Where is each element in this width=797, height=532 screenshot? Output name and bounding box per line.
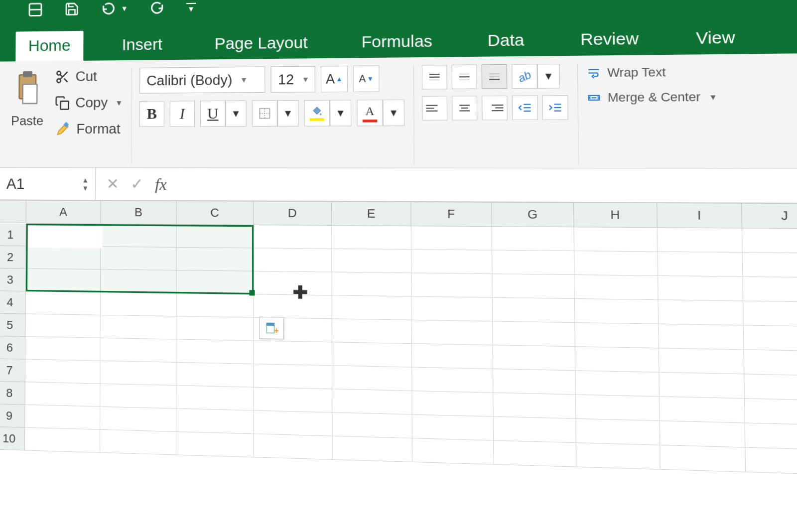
row-header[interactable]: 10 (0, 427, 25, 451)
cell[interactable] (412, 415, 494, 441)
customize-qat-icon[interactable]: ▼ (186, 0, 196, 16)
borders-button[interactable] (252, 100, 277, 127)
font-color-button[interactable]: A (357, 100, 383, 126)
underline-dropdown[interactable]: ▼ (226, 101, 247, 127)
cell[interactable] (411, 273, 493, 297)
cell[interactable] (176, 363, 254, 388)
cell[interactable] (254, 341, 332, 366)
cell[interactable] (176, 340, 254, 364)
column-header[interactable]: E (332, 202, 411, 226)
cell[interactable] (658, 228, 743, 253)
cell[interactable] (26, 291, 101, 315)
row-header[interactable]: 2 (0, 246, 26, 269)
cell[interactable] (332, 366, 412, 391)
cut-button[interactable]: Cut (55, 68, 123, 85)
row-header[interactable]: 7 (0, 359, 25, 382)
cell[interactable] (176, 270, 254, 294)
column-header[interactable]: A (26, 201, 101, 224)
tab-view[interactable]: View (681, 22, 750, 55)
cancel-formula-icon[interactable]: ✕ (107, 175, 119, 193)
align-middle-button[interactable] (452, 64, 477, 89)
cell[interactable] (575, 347, 660, 373)
cell[interactable] (101, 247, 176, 270)
select-all-corner[interactable] (0, 200, 26, 222)
autosave-icon[interactable] (27, 1, 43, 18)
tab-insert[interactable]: Insert (109, 29, 175, 60)
cell[interactable] (25, 337, 101, 361)
cell[interactable] (492, 227, 574, 251)
column-header[interactable]: C (177, 201, 254, 225)
cell[interactable] (332, 342, 412, 367)
underline-button[interactable]: U (200, 101, 226, 127)
cell[interactable] (659, 300, 744, 325)
cell[interactable] (412, 344, 493, 369)
row-header[interactable]: 1 (0, 224, 26, 247)
formula-input[interactable] (178, 168, 797, 203)
cell[interactable] (658, 276, 743, 301)
decrease-indent-button[interactable] (512, 95, 538, 120)
tab-formulas[interactable]: Formulas (348, 26, 446, 58)
cell[interactable] (332, 413, 412, 439)
fill-color-dropdown[interactable]: ▼ (330, 100, 351, 126)
redo-icon[interactable] (149, 0, 164, 16)
cell[interactable] (493, 274, 575, 299)
cell[interactable] (575, 299, 659, 324)
cell[interactable] (745, 399, 797, 425)
align-left-button[interactable] (422, 96, 447, 120)
cell[interactable] (493, 393, 576, 419)
cell[interactable] (101, 338, 177, 363)
cell[interactable] (100, 384, 176, 409)
save-icon[interactable] (64, 0, 79, 18)
enter-formula-icon[interactable]: ✓ (131, 175, 143, 193)
cell[interactable] (25, 314, 101, 338)
cell[interactable] (660, 373, 745, 399)
row-header[interactable]: 3 (0, 268, 26, 291)
paste-options-button[interactable]: + (260, 317, 284, 339)
cell[interactable] (576, 395, 660, 421)
cell[interactable] (176, 386, 254, 410)
cell[interactable] (494, 417, 576, 443)
row-header[interactable]: 5 (0, 313, 26, 337)
cell[interactable] (412, 438, 494, 465)
row-header[interactable]: 9 (0, 404, 25, 427)
cell[interactable] (574, 275, 658, 300)
cell[interactable] (177, 248, 254, 271)
cell[interactable] (658, 252, 743, 277)
cell[interactable] (576, 419, 660, 445)
cell[interactable] (100, 407, 176, 432)
orientation-dropdown[interactable]: ▼ (537, 64, 560, 89)
row-header[interactable]: 4 (0, 291, 26, 314)
cell[interactable] (254, 225, 332, 249)
wrap-text-button[interactable]: Wrap Text (586, 65, 717, 81)
merge-center-button[interactable]: Merge & Center ▼ (586, 90, 717, 105)
cell[interactable] (254, 411, 333, 436)
cell[interactable] (25, 360, 101, 384)
cell[interactable] (26, 246, 101, 269)
cell[interactable] (100, 430, 176, 455)
cell[interactable] (744, 374, 797, 400)
up-arrow-icon[interactable]: ▲ (82, 176, 89, 184)
cell[interactable] (412, 391, 494, 417)
cell[interactable] (493, 321, 575, 347)
increase-indent-button[interactable] (542, 95, 568, 120)
cell[interactable] (660, 397, 745, 423)
cell[interactable] (411, 250, 493, 274)
cell[interactable] (412, 368, 493, 393)
cell[interactable] (659, 324, 744, 350)
cell[interactable] (574, 251, 658, 276)
align-top-button[interactable] (422, 65, 447, 89)
column-header[interactable]: I (657, 203, 742, 228)
column-header[interactable]: J (742, 204, 797, 229)
format-painter-button[interactable]: Format (55, 121, 123, 137)
cell[interactable] (494, 441, 576, 467)
name-box[interactable]: A1 ▲▼ (0, 168, 96, 200)
tab-home[interactable]: Home (15, 31, 83, 61)
cell[interactable] (745, 423, 797, 450)
cell[interactable] (332, 319, 412, 344)
cell[interactable] (101, 269, 177, 293)
cell[interactable] (332, 249, 411, 273)
cell[interactable] (743, 253, 797, 278)
cell[interactable] (332, 226, 411, 250)
cell[interactable] (100, 361, 176, 386)
row-header[interactable]: 6 (0, 336, 25, 360)
